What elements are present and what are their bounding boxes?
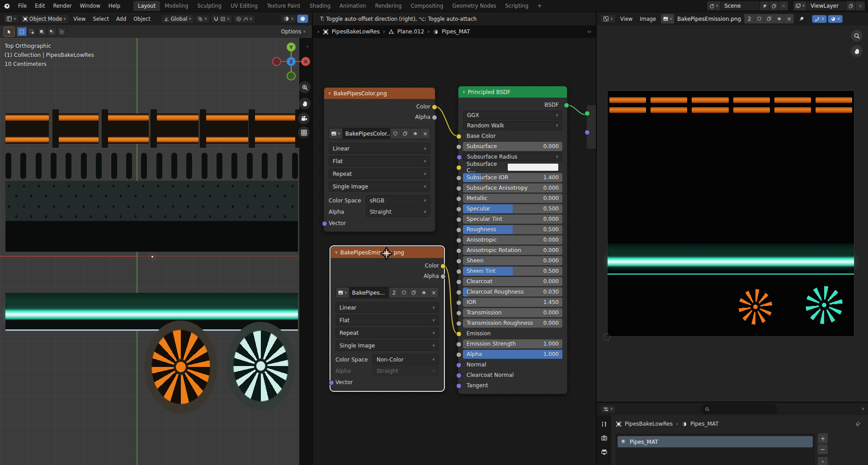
properties-search-input[interactable]: [701, 404, 777, 413]
menu-item[interactable]: Select: [89, 14, 112, 23]
select-mode-invert[interactable]: [47, 27, 57, 36]
users-count-badge[interactable]: 2: [389, 287, 399, 298]
blender-logo-icon[interactable]: [3, 2, 10, 10]
editor-type-button[interactable]: ∨: [4, 14, 19, 23]
workspace-tab[interactable]: Rendering: [371, 1, 406, 11]
bsdf-row[interactable]: IOR 1.450 ∨: [463, 298, 562, 307]
output-socket[interactable]: [440, 274, 446, 279]
input-socket[interactable]: [456, 383, 462, 389]
bsdf-row[interactable]: Alpha 1.000 ∨: [463, 350, 562, 359]
input-socket[interactable]: [456, 279, 462, 285]
axis-y-ball[interactable]: Y: [287, 42, 296, 52]
bsdf-row[interactable]: Anisotropic Rotation 0.000 ∨: [463, 246, 562, 255]
bsdf-row[interactable]: Subsurface IOR 1.400 ∨: [463, 173, 562, 182]
bsdf-row[interactable]: Emission Strength 1.000 ∨: [463, 339, 562, 348]
fake-user-shield-icon[interactable]: [390, 128, 400, 139]
close-icon[interactable]: ×: [420, 128, 430, 139]
output-socket[interactable]: [564, 103, 569, 108]
image-name[interactable]: BakePipesColor....: [342, 128, 390, 139]
image-datablock-field[interactable]: ∨ BakePipes... 2 ×: [335, 287, 439, 298]
image-datablock-field[interactable]: ∨ BakePipesEmission.png 2 ×: [660, 14, 794, 24]
node-dropdown[interactable]: Linear ∨: [329, 143, 430, 154]
output-socket[interactable]: [432, 115, 437, 120]
region-border[interactable]: [597, 402, 868, 403]
collapse-icon[interactable]: ∨: [328, 92, 331, 95]
pin-icon[interactable]: [799, 16, 805, 22]
menu-item[interactable]: Image: [636, 14, 660, 23]
input-socket[interactable]: [456, 144, 462, 150]
output-socket[interactable]: [432, 104, 437, 110]
input-socket[interactable]: [456, 342, 462, 347]
image-name[interactable]: BakePipes...: [349, 287, 389, 298]
axis-x-ball[interactable]: X: [301, 57, 310, 66]
menu-item[interactable]: File: [14, 1, 31, 10]
pan-hand-button[interactable]: [299, 98, 311, 109]
axis-negx-ball[interactable]: [272, 57, 281, 66]
vector-socket[interactable]: [329, 380, 334, 385]
overlays-toggle[interactable]: ∨: [828, 15, 843, 23]
node-material-output-clipped[interactable]: [586, 105, 596, 149]
color-swatch[interactable]: [507, 163, 559, 171]
snap-toggle[interactable]: ∨: [211, 15, 232, 23]
workspace-tab[interactable]: Layout: [133, 1, 160, 11]
slot-specials-button[interactable]: ∨: [817, 456, 828, 465]
vector-socket[interactable]: [322, 221, 327, 226]
bsdf-row[interactable]: Random Walk ∨: [463, 121, 562, 130]
input-socket[interactable]: [456, 331, 462, 337]
remove-slot-button[interactable]: −: [817, 444, 828, 455]
breadcrumb-object[interactable]: Plane.012: [397, 28, 425, 35]
shading-material-preview-toggle[interactable]: [297, 14, 308, 23]
bsdf-row[interactable]: Specular Tint 0.000 ∨: [463, 215, 562, 224]
bsdf-row[interactable]: Specular 0.500 ∨: [463, 204, 562, 213]
bsdf-row[interactable]: Clearcoat 0.000 ∨: [463, 277, 562, 286]
zoom-button[interactable]: [851, 30, 863, 42]
node-dropdown[interactable]: Flat ∨: [335, 315, 439, 325]
input-socket[interactable]: [456, 207, 462, 212]
bsdf-row[interactable]: Normal ∨: [463, 360, 562, 369]
bsdf-row[interactable]: Emission ∨: [463, 329, 562, 338]
workspace-tab[interactable]: Shading: [305, 1, 335, 11]
node-dropdown[interactable]: Single Image ∨: [329, 181, 430, 192]
input-socket[interactable]: [456, 175, 462, 181]
menu-item[interactable]: Object: [130, 14, 154, 23]
bsdf-row[interactable]: GGX ∨: [463, 111, 562, 120]
viewlayer-name[interactable]: ViewLayer: [807, 3, 846, 9]
axis-z-ball[interactable]: Z: [287, 57, 296, 66]
input-socket[interactable]: [456, 227, 462, 233]
node-image-texture-color[interactable]: ∨ BakePipesColor.png Color Alpha: [324, 87, 435, 232]
menu-item[interactable]: Help: [104, 1, 124, 10]
displacement-input-socket[interactable]: [585, 130, 590, 135]
node-dropdown[interactable]: Flat ∨: [329, 156, 430, 166]
bsdf-row[interactable]: Sheen 0.000 ∨: [463, 256, 562, 265]
image-editor-canvas[interactable]: [597, 25, 868, 403]
add-slot-button[interactable]: +: [817, 433, 828, 444]
breadcrumb-material[interactable]: Pipes_MAT: [690, 421, 719, 427]
input-socket[interactable]: [456, 217, 462, 222]
image-browse-icon[interactable]: ∨: [661, 14, 674, 23]
breadcrumb-collection[interactable]: PipesBakeLowRes: [332, 28, 380, 35]
select-mode-intersect[interactable]: [57, 27, 66, 36]
users-count-badge[interactable]: 2: [744, 14, 754, 23]
input-socket[interactable]: [456, 134, 462, 139]
image-browse-icon[interactable]: ∨: [329, 128, 342, 139]
chevron-down-icon[interactable]: ∨: [862, 407, 864, 411]
bsdf-row[interactable]: Transmission 0.000 ∨: [463, 308, 562, 317]
proportional-editing-button[interactable]: ∨: [233, 15, 255, 23]
scene-selector[interactable]: ∨ Scene ×: [707, 1, 788, 11]
axis-negy-ball[interactable]: [287, 71, 296, 80]
node-dropdown[interactable]: Single Image ∨: [335, 340, 439, 351]
viewlayer-selector[interactable]: ∨ ViewLayer ×: [793, 1, 865, 11]
close-icon[interactable]: ×: [429, 287, 439, 298]
editor-type-button[interactable]: ∨: [600, 405, 616, 413]
material-slot-list[interactable]: Pipes_MAT: [616, 434, 815, 465]
image-browse-icon[interactable]: ∨: [336, 287, 349, 298]
input-socket[interactable]: [456, 165, 462, 170]
add-workspace-button[interactable]: +: [534, 2, 546, 10]
workspace-tab[interactable]: Compositing: [406, 1, 448, 11]
node-dropdown[interactable]: Linear ∨: [335, 302, 439, 313]
fake-user-shield-icon[interactable]: [399, 287, 409, 298]
viewlayer-icon[interactable]: ∨: [793, 1, 807, 10]
workspace-tab[interactable]: Geometry Nodes: [448, 1, 501, 11]
color-space-dropdown[interactable]: Non-Color∨: [373, 354, 439, 365]
viewport-shading-button[interactable]: ∨: [281, 14, 296, 23]
